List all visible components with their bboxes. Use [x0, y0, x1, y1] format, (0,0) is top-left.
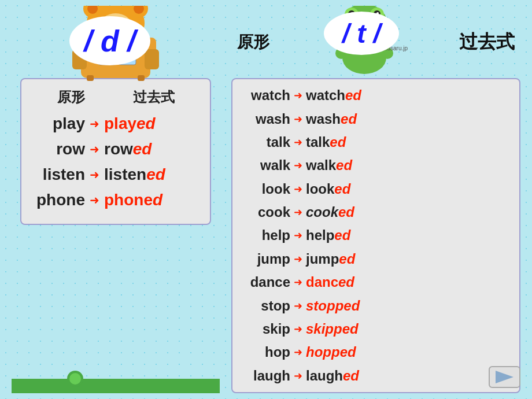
- word-row-help: help ➜ helped: [244, 226, 508, 245]
- svg-point-20: [69, 373, 81, 385]
- word-row-row: row ➜ rowed: [33, 139, 198, 160]
- base-laugh: laugh: [244, 368, 290, 384]
- past-look: looked: [306, 181, 350, 197]
- arrow-stop: ➜: [294, 300, 302, 312]
- right-header-yuanxing: 原形: [237, 31, 269, 53]
- arrow-row: ➜: [90, 142, 99, 156]
- base-play: play: [33, 114, 85, 133]
- arrow-help: ➜: [294, 229, 302, 242]
- base-wash: wash: [244, 111, 290, 127]
- base-look: look: [244, 181, 290, 197]
- arrow-jump: ➜: [294, 253, 302, 265]
- word-row-jump: jump ➜ jumped: [244, 250, 508, 268]
- arrow-hop: ➜: [294, 346, 302, 359]
- past-hop: hopped: [306, 344, 356, 360]
- arrow-wash: ➜: [294, 113, 302, 125]
- base-help: help: [244, 227, 290, 243]
- right-word-table: watch ➜ watched wash ➜ washed talk ➜ tal…: [231, 78, 520, 393]
- nav-area[interactable]: [489, 366, 520, 390]
- base-walk: walk: [244, 157, 290, 173]
- next-arrow-icon[interactable]: [489, 366, 520, 388]
- left-panel: / d /: [12, 6, 220, 393]
- base-talk: talk: [244, 134, 290, 150]
- past-dance: danced: [306, 274, 354, 290]
- word-row-talk: talk ➜ talked: [244, 133, 508, 152]
- right-panel: 原形 / t /: [231, 6, 520, 393]
- arrow-look: ➜: [294, 183, 302, 195]
- past-cook: cooked: [306, 204, 354, 220]
- word-row-watch: watch ➜ watched: [244, 86, 508, 105]
- past-jump: jumped: [306, 251, 355, 267]
- past-row: rowed: [104, 140, 152, 158]
- arrow-phone: ➜: [90, 193, 99, 207]
- base-watch: watch: [244, 87, 290, 104]
- word-row-skip: skip ➜ skipped: [244, 320, 508, 338]
- base-dance: dance: [244, 274, 290, 290]
- svg-rect-14: [145, 49, 159, 69]
- right-phoneme-bubble: / t /: [324, 12, 399, 55]
- arrow-laugh: ➜: [294, 370, 302, 382]
- left-header-guoqushi: 过去式: [133, 88, 175, 106]
- right-character: / t /: [318, 6, 411, 75]
- left-phoneme-text: / d /: [84, 24, 136, 58]
- past-talk: talked: [306, 134, 346, 150]
- arrow-skip: ➜: [294, 323, 302, 335]
- word-row-dance: dance ➜ danced: [244, 273, 508, 291]
- base-row: row: [33, 140, 85, 158]
- base-jump: jump: [244, 251, 290, 267]
- word-row-walk: walk ➜ walked: [244, 156, 508, 175]
- base-listen: listen: [33, 165, 85, 184]
- left-table-header: 原形 过去式: [33, 88, 198, 106]
- arrow-listen: ➜: [90, 168, 99, 182]
- word-row-hop: hop ➜ hopped: [244, 343, 508, 361]
- left-word-table: 原形 过去式 play ➜ played row ➜ rowed listen …: [20, 78, 211, 225]
- word-row-laugh: laugh ➜ laughed: [244, 367, 508, 385]
- svg-rect-16: [138, 75, 145, 81]
- svg-rect-15: [87, 75, 94, 81]
- right-header-guoqushi: 过去式: [459, 29, 515, 55]
- bottom-left-char: [58, 370, 93, 393]
- word-row-wash: wash ➜ washed: [244, 110, 508, 128]
- base-cook: cook: [244, 204, 290, 220]
- past-watch: watched: [306, 87, 361, 104]
- word-row-listen: listen ➜ listened: [33, 164, 198, 185]
- past-help: helped: [306, 227, 350, 243]
- base-hop: hop: [244, 344, 290, 360]
- base-stop: stop: [244, 298, 290, 314]
- base-skip: skip: [244, 321, 290, 337]
- arrow-talk: ➜: [294, 136, 302, 149]
- word-row-cook: cook ➜ cooked: [244, 203, 508, 221]
- arrow-walk: ➜: [294, 159, 302, 172]
- past-play: played: [104, 114, 156, 133]
- left-grass: [12, 379, 220, 393]
- past-skip: skipped: [306, 321, 359, 337]
- past-phone: phoned: [104, 191, 162, 209]
- word-row-look: look ➜ looked: [244, 180, 508, 198]
- word-row-phone: phone ➜ phoned: [33, 190, 198, 210]
- arrow-watch: ➜: [294, 89, 302, 102]
- left-phoneme-bubble: / d /: [69, 16, 150, 65]
- base-phone: phone: [33, 191, 85, 209]
- right-top-area: 原形 / t /: [231, 6, 520, 78]
- left-header-yuanxing: 原形: [57, 88, 85, 106]
- past-walk: walked: [306, 157, 352, 173]
- left-character: / d /: [64, 6, 168, 81]
- arrow-play: ➜: [90, 117, 99, 131]
- right-phoneme-text: / t /: [342, 18, 380, 49]
- past-stop: stopped: [306, 298, 360, 314]
- arrow-dance: ➜: [294, 276, 302, 289]
- word-row-play: play ➜ played: [33, 113, 198, 134]
- past-laugh: laughed: [306, 368, 359, 384]
- past-listen: listened: [104, 165, 165, 184]
- arrow-cook: ➜: [294, 206, 302, 219]
- past-wash: washed: [306, 111, 357, 127]
- word-row-stop: stop ➜ stopped: [244, 297, 508, 315]
